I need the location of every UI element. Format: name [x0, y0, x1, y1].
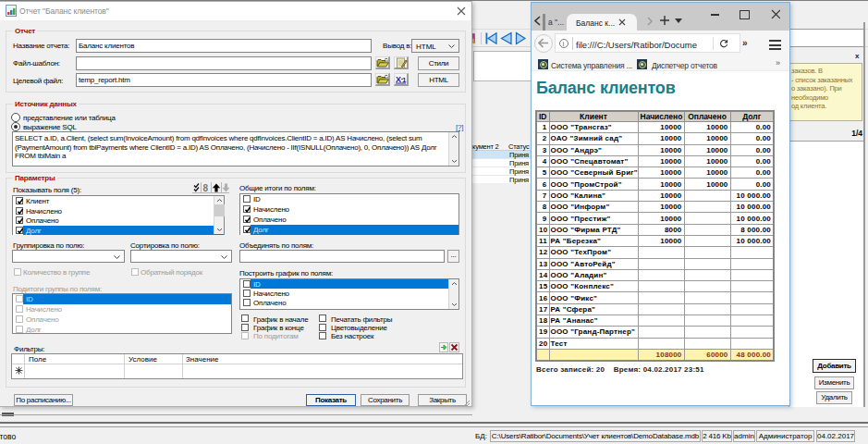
svg-text:8: 8: [203, 183, 209, 193]
svg-text:X: X: [396, 75, 401, 84]
